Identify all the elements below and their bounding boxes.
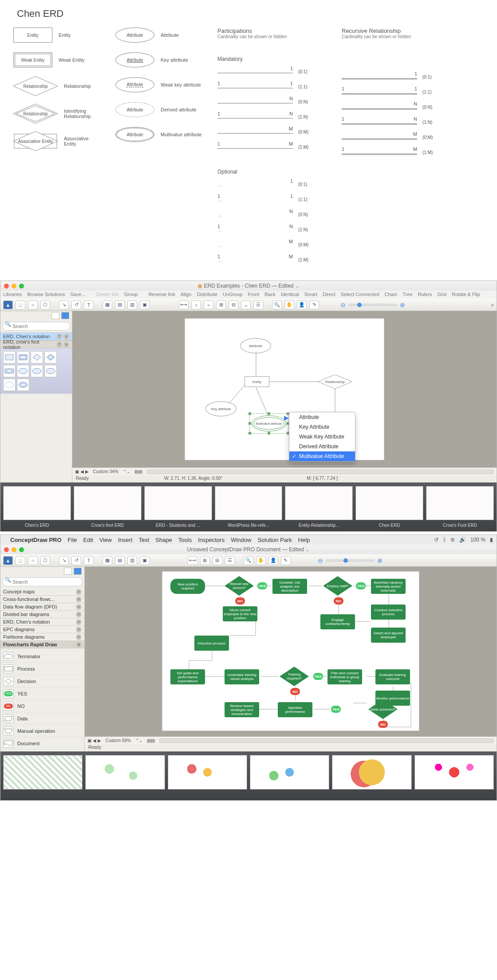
menu-item[interactable]: Insert (118, 537, 133, 543)
page-thumb-icon[interactable]: ▤▤ (134, 469, 142, 474)
menu-item[interactable]: Rulers (418, 292, 432, 298)
shape-list-item[interactable]: Manual operation (0, 725, 84, 737)
maximize-icon[interactable] (19, 284, 24, 288)
tool-btn[interactable]: ☰ (253, 300, 263, 309)
zoom-slider[interactable] (326, 559, 375, 562)
shape-cell[interactable] (17, 365, 29, 377)
menu-item[interactable]: Back (264, 292, 275, 298)
zoom-in-icon[interactable]: ⊕ (400, 301, 405, 308)
lib-tab[interactable] (51, 312, 59, 319)
context-item[interactable]: Derived Attribute (289, 442, 355, 451)
tool-btn[interactable]: ⟷ (179, 300, 189, 309)
close-icon[interactable]: × (76, 597, 82, 602)
volume-icon[interactable]: 🔊 (459, 537, 466, 543)
close-icon[interactable]: × (63, 334, 69, 340)
menu-item[interactable]: Edit (83, 537, 93, 543)
shape-list-item[interactable]: Terminator (0, 650, 84, 663)
context-item[interactable]: ✓Multivalue Attribute (289, 451, 355, 461)
zoom-stepper[interactable]: ⌃⌄ (123, 469, 130, 474)
tool-btn[interactable]: T (84, 556, 94, 565)
canvas-key-attr[interactable]: Key attribute (205, 401, 237, 416)
menu-item[interactable]: Rotate & Flip (452, 292, 480, 298)
menu-item[interactable]: Solution Park (257, 537, 292, 543)
tool-btn[interactable]: ⟷ (188, 556, 197, 565)
tool-btn[interactable]: ✎ (281, 556, 291, 565)
shape-cell[interactable] (17, 351, 29, 364)
close-icon[interactable] (4, 547, 9, 552)
shape-list-item[interactable]: Process (0, 663, 84, 675)
menu-item[interactable]: Chain (385, 292, 398, 298)
thumbnail[interactable]: ERD - Students and ... (144, 486, 212, 528)
context-item[interactable]: Weak Key Attribute (289, 432, 355, 442)
page-nav-prev[interactable]: ▣ ◀ ▶ (75, 469, 89, 474)
node-appraise[interactable]: Appraise performance (278, 702, 312, 717)
hand-tool-icon[interactable]: ✋ (284, 300, 294, 309)
shape-list-item[interactable]: Data (0, 712, 84, 725)
close-icon[interactable] (4, 284, 9, 288)
shape-list-item[interactable]: Document (0, 737, 84, 750)
bluetooth-icon[interactable]: ᛒ (443, 537, 446, 543)
node-new-position[interactable]: New position required (170, 579, 205, 594)
tool-btn[interactable]: □ (16, 556, 25, 565)
tool-btn[interactable]: ⊞ (216, 300, 226, 309)
library-item[interactable]: Divided bar diagrams× (0, 611, 84, 618)
tool-btn[interactable]: ▤ (115, 300, 125, 309)
menu-item[interactable]: ConceptDraw PRO (10, 537, 62, 543)
help-icon[interactable]: ? (56, 334, 62, 340)
zoom-slider[interactable] (348, 304, 397, 306)
shape-cell[interactable] (3, 379, 16, 391)
canvas[interactable]: New position required Recruit new person… (85, 567, 497, 736)
menu-item[interactable]: Direct (323, 292, 335, 298)
maximize-icon[interactable] (19, 547, 24, 552)
node-recruit-decision[interactable]: Recruit new person? (225, 576, 254, 596)
tool-btn[interactable]: ▣ (140, 300, 150, 309)
menu-item[interactable]: File (68, 537, 77, 543)
library-item[interactable]: Fishbone diagrams× (0, 633, 84, 641)
thumb[interactable] (168, 755, 247, 797)
thumbnail[interactable]: Crow's Foot ERD (426, 486, 494, 528)
menu-item[interactable]: Tools (178, 537, 192, 543)
shape-list-item[interactable]: NONO (0, 700, 84, 712)
close-icon[interactable]: × (76, 589, 82, 595)
lib-tab[interactable] (64, 568, 72, 575)
node-undertake[interactable]: Undertake training needs analysis (225, 669, 259, 684)
node-consider[interactable]: Consider Job analysis Job description (272, 579, 307, 594)
thumbnail[interactable]: Entity-Relationship... (285, 486, 353, 528)
node-review[interactable]: Review reward strategies and remuneratio… (225, 702, 259, 717)
menu-item[interactable]: UnGroup (223, 292, 243, 298)
node-training-decision[interactable]: Training required? (280, 667, 309, 686)
tool-btn[interactable]: ⫞ (191, 300, 201, 309)
tool-btn[interactable]: ▦ (103, 300, 112, 309)
close-icon[interactable]: × (63, 342, 69, 348)
tool-btn[interactable]: T (84, 300, 94, 309)
history-icon[interactable]: ↺ (434, 537, 438, 543)
thumbnail[interactable]: Chen ERD (355, 486, 423, 528)
shape-cell[interactable] (3, 351, 16, 364)
shape-list-item[interactable]: Decision (0, 675, 84, 688)
menu-item[interactable]: Front (248, 292, 259, 298)
tool-btn[interactable]: ⫠ (241, 300, 251, 309)
expand-icon[interactable]: » (491, 302, 494, 308)
close-icon[interactable]: × (76, 604, 82, 610)
node-conduct-selection[interactable]: Conduct selection process (371, 605, 406, 620)
lib-tab-active[interactable] (61, 312, 69, 319)
thumbnail[interactable]: WordPress file-refe... (215, 486, 283, 528)
tool-btn[interactable]: □ (16, 300, 25, 309)
menu-item[interactable]: Libraries (3, 292, 22, 298)
thumb[interactable] (332, 755, 411, 797)
node-induction[interactable]: Induction process (194, 636, 229, 651)
tool-btn[interactable]: ↘ (59, 556, 69, 565)
tool-btn[interactable]: ▥ (127, 300, 137, 309)
library-item[interactable]: ERD, crow's foot notation?× (0, 340, 72, 348)
tool-btn[interactable]: 👤 (268, 556, 278, 565)
wifi-icon[interactable]: ⊚ (450, 537, 455, 543)
close-icon[interactable]: × (76, 642, 82, 648)
node-set-goals[interactable]: Set goals and performance expectations (170, 669, 205, 684)
close-icon[interactable]: × (76, 627, 82, 632)
library-item[interactable]: Concept maps× (0, 588, 84, 596)
tool-btn[interactable]: ⊟ (229, 300, 238, 309)
zoom-out-icon[interactable]: ⊖ (340, 301, 346, 308)
menu-item[interactable]: Delete link (96, 292, 118, 298)
canvas-attribute[interactable]: Attribute (240, 338, 271, 353)
node-select-appoint[interactable]: Select and appoint employee (371, 628, 406, 643)
